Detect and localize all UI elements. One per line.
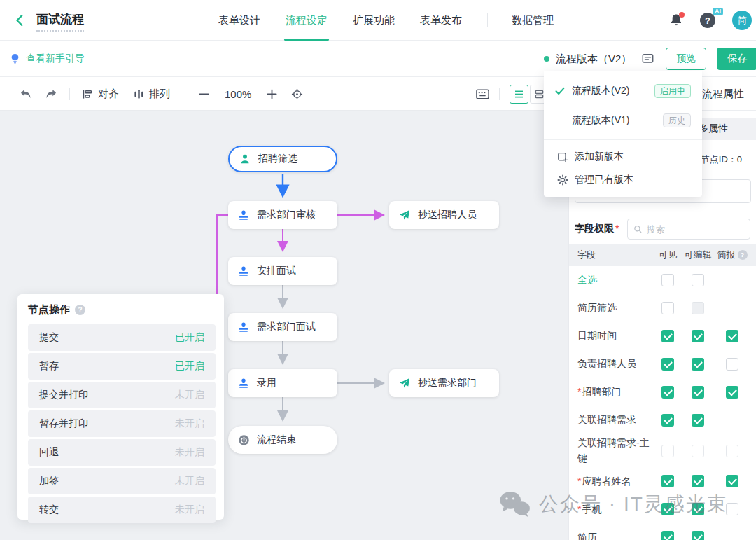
checkbox-editable[interactable] [692,531,704,540]
save-button[interactable]: 保存 [717,48,756,70]
checkbox-visible[interactable] [662,531,674,540]
checkbox-brief[interactable] [726,503,738,515]
tab-form-design[interactable]: 表单设计 [218,0,260,41]
op-status: 未开启 [175,504,204,516]
bulb-icon [10,53,20,64]
checkbox-brief[interactable] [726,445,738,457]
undo-icon[interactable] [20,89,32,99]
notification-bell-icon[interactable] [669,13,683,28]
menu-item-version-v1[interactable]: 流程版本(V1) 历史 [544,106,702,135]
zoom-level[interactable]: 100% [225,88,251,100]
flow-node-approval[interactable]: 录用 [228,369,337,397]
flow-canvas[interactable]: 招聘筛选 需求部门审核 抄送招聘人员 安排面试 需求部门面试 [0,111,568,540]
search-input[interactable] [647,224,744,235]
tab-flow-settings[interactable]: 流程设定 [286,0,328,41]
checkbox-editable[interactable] [692,414,704,427]
op-label: 回退 [39,446,59,459]
stamp-icon [238,321,250,333]
op-row-save-draft[interactable]: 暂存 已开启 [28,353,216,380]
version-dropdown-menu: 流程版本(V2) 启用中 流程版本(V1) 历史 添加新版本 管理已有版本 [544,71,702,197]
flow-node-approval[interactable]: 需求部门面试 [228,313,337,341]
checkbox-editable[interactable] [692,302,704,314]
op-row-submit-print[interactable]: 提交并打印 未开启 [28,382,216,408]
redo-icon[interactable] [45,89,57,99]
power-icon [238,434,250,446]
select-all-link[interactable]: 全选 [575,272,654,288]
op-status: 未开启 [175,475,204,487]
locate-icon[interactable] [291,88,303,100]
op-row-transfer[interactable]: 转交 未开启 [28,497,216,523]
column-brief: 简报? [714,249,750,261]
op-status: 已开启 [175,360,204,373]
checkbox-editable[interactable] [692,330,704,342]
column-visible: 可见 [654,249,682,261]
flow-node-approval[interactable]: 需求部门审核 [228,201,337,229]
checkbox-visible[interactable] [662,475,674,487]
panel-title[interactable]: 流程属性 [702,77,744,111]
help-circle-icon[interactable]: ? [738,250,748,260]
active-version-dot [544,56,550,62]
align-button[interactable]: 对齐 [82,88,119,101]
version-selector[interactable]: 流程版本（V2） [556,53,631,66]
avatar[interactable]: 简 [732,11,752,30]
flow-node-end[interactable]: 流程结束 [228,426,337,454]
tab-data-management[interactable]: 数据管理 [512,0,554,41]
zoom-out-icon[interactable] [199,89,209,99]
checkbox-visible[interactable] [662,386,674,399]
stamp-icon [238,378,250,389]
op-row-submit[interactable]: 提交 已开启 [28,324,216,351]
flow-node-cc[interactable]: 抄送招聘人员 [389,201,499,229]
checkbox-editable[interactable] [692,445,704,457]
flow-node-cc[interactable]: 抄送需求部门 [389,369,499,397]
op-row-rollback[interactable]: 回退 未开启 [28,439,216,466]
menu-item-manage-versions[interactable]: 管理已有版本 [544,168,702,191]
menu-item-add-version[interactable]: 添加新版本 [544,145,702,168]
checkbox-visible[interactable] [662,330,674,342]
checkbox-visible[interactable] [662,414,674,427]
checkbox-brief[interactable] [726,475,738,487]
checkbox-editable[interactable] [692,503,704,515]
checkbox-brief[interactable] [726,386,738,399]
op-label: 加签 [39,475,59,487]
arrange-button[interactable]: 排列 [134,88,170,101]
checkbox-visible[interactable] [662,358,674,371]
help-icon[interactable]: ? AI [700,13,715,28]
checkbox-editable[interactable] [692,475,704,487]
menu-item-version-v2[interactable]: 流程版本(V2) 启用中 [544,76,702,106]
checkbox-visible[interactable] [662,274,674,286]
flow-node-approval[interactable]: 安排面试 [228,257,337,285]
op-status: 未开启 [175,389,204,401]
newbie-guide-link[interactable]: 查看新手引导 [10,41,85,77]
checkbox-visible[interactable] [662,302,674,314]
checkbox-visible[interactable] [662,503,674,515]
page-title[interactable]: 面试流程 [36,11,84,32]
toolbar-divider [69,88,70,100]
zoom-in-icon[interactable] [267,89,277,99]
keyboard-shortcuts-icon[interactable] [476,89,489,99]
checkbox-editable[interactable] [692,358,704,371]
checkbox-brief[interactable] [726,358,738,371]
comment-icon[interactable] [641,53,654,65]
flow-node-start[interactable]: 招聘筛选 [228,146,337,172]
field-table-header: 字段 可见 可编辑 简报? [569,244,756,266]
checkbox-editable[interactable] [692,274,704,286]
back-icon[interactable] [13,13,28,28]
field-row: 关联招聘需求 [569,406,756,434]
op-label: 转交 [39,504,59,516]
checkbox-visible[interactable] [662,445,674,457]
op-row-draft-print[interactable]: 暂存并打印 未开启 [28,410,216,437]
field-row: 应聘者姓名 [569,467,756,495]
tab-extensions[interactable]: 扩展功能 [353,0,395,41]
field-search-box[interactable] [627,219,750,240]
checkbox-editable[interactable] [692,386,704,399]
view-list-toggle[interactable] [510,85,528,104]
op-status: 已开启 [175,331,204,344]
help-circle-icon[interactable]: ? [75,305,85,315]
tab-form-publish[interactable]: 表单发布 [420,0,462,41]
field-label: 应聘者姓名 [575,474,654,490]
field-label: 负责招聘人员 [575,356,654,372]
checkbox-brief[interactable] [726,330,738,342]
preview-button[interactable]: 预览 [666,48,706,70]
op-row-countersign[interactable]: 加签 未开启 [28,468,216,494]
send-icon [399,378,411,389]
